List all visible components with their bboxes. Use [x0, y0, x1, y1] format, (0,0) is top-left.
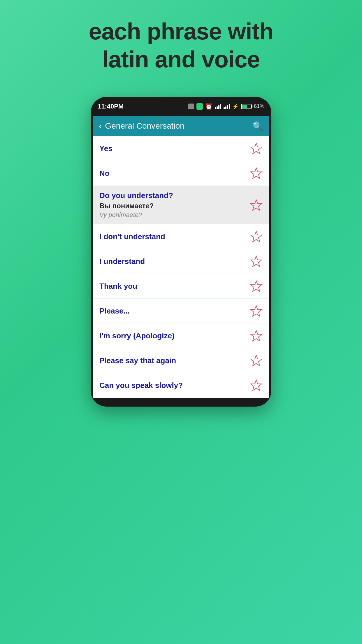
phrase-cyrillic-2: Вы понимаете? — [99, 202, 247, 210]
phrase-item-2[interactable]: Do you understand?Вы понимаете?Vy ponima… — [93, 186, 269, 224]
star-icon-6[interactable] — [250, 304, 263, 317]
star-icon-2[interactable] — [250, 199, 263, 211]
signal-bars-1 — [215, 104, 221, 109]
phrase-english-5: Thank you — [99, 282, 137, 291]
phrase-item-3[interactable]: I don't understand — [93, 224, 269, 249]
phrase-item-1[interactable]: No — [93, 161, 269, 186]
star-icon-8[interactable] — [250, 354, 263, 367]
phrase-english-3: I don't understand — [99, 232, 165, 241]
header-line2: latin and voice — [102, 46, 260, 72]
svg-marker-9 — [251, 380, 262, 391]
charging-icon: ⚡ — [232, 103, 239, 110]
phrase-item-7[interactable]: I'm sorry (Apologize) — [93, 323, 269, 348]
star-icon-4[interactable] — [250, 255, 263, 268]
phrase-latin-2: Vy ponimaete? — [99, 211, 247, 219]
star-icon-1[interactable] — [250, 167, 263, 180]
app-icon-green — [196, 103, 203, 110]
back-button[interactable]: ‹ — [99, 121, 101, 131]
phone-screen: ‹ General Conversation 🔍 Yes No Do you u… — [93, 116, 269, 398]
svg-marker-0 — [251, 143, 262, 154]
star-icon-5[interactable] — [250, 280, 263, 293]
battery-percent: 61% — [254, 103, 264, 109]
svg-marker-4 — [251, 256, 262, 267]
toolbar-title: General Conversation — [105, 121, 184, 131]
phrase-item-6[interactable]: Please... — [93, 299, 269, 323]
alarm-icon: ⏰ — [205, 103, 212, 110]
phrase-item-5[interactable]: Thank you — [93, 274, 269, 299]
status-icons-group: ⏰ ⚡ 61% — [188, 103, 264, 110]
phrase-english-4: I understand — [99, 257, 145, 266]
svg-marker-3 — [251, 231, 262, 242]
header-text: each phrase with latin and voice — [65, 18, 296, 74]
phrase-text-group-2: Do you understand?Вы понимаете?Vy ponima… — [99, 191, 247, 219]
search-icon[interactable]: 🔍 — [252, 121, 263, 131]
phrase-item-8[interactable]: Please say that again — [93, 348, 269, 373]
phrase-english-1: No — [99, 169, 110, 178]
phone-frame: 11:40PM ⏰ ⚡ — [91, 97, 271, 407]
phrase-english-0: Yes — [99, 144, 113, 153]
svg-marker-6 — [251, 306, 262, 316]
phrase-item-0[interactable]: Yes — [93, 136, 269, 161]
phrase-english-7: I'm sorry (Apologize) — [99, 331, 175, 340]
svg-marker-8 — [251, 355, 262, 366]
star-icon-3[interactable] — [250, 230, 263, 243]
star-icon-9[interactable] — [250, 379, 263, 392]
status-bar: 11:40PM ⏰ ⚡ — [91, 97, 271, 116]
battery-icon — [241, 104, 252, 109]
star-icon-7[interactable] — [250, 329, 263, 342]
phrase-english-6: Please... — [99, 307, 130, 316]
svg-marker-5 — [251, 281, 262, 291]
phrase-english-9: Can you speak slowly? — [99, 381, 183, 390]
phrase-item-4[interactable]: I understand — [93, 249, 269, 274]
svg-marker-1 — [251, 168, 262, 178]
toolbar-left: ‹ General Conversation — [99, 121, 184, 131]
svg-marker-2 — [251, 200, 262, 210]
phrase-english-2: Do you understand? — [99, 191, 247, 200]
star-icon-0[interactable] — [250, 142, 263, 155]
header-line1: each phrase with — [89, 18, 273, 44]
notification-icon — [188, 104, 194, 109]
app-toolbar: ‹ General Conversation 🔍 — [93, 116, 269, 136]
phrase-item-9[interactable]: Can you speak slowly? — [93, 373, 269, 398]
status-time: 11:40PM — [98, 103, 124, 110]
svg-marker-7 — [251, 330, 262, 341]
phrase-english-8: Please say that again — [99, 356, 176, 365]
signal-bars-2 — [224, 104, 230, 109]
phrase-list: Yes No Do you understand?Вы понимаете?Vy… — [93, 136, 269, 398]
